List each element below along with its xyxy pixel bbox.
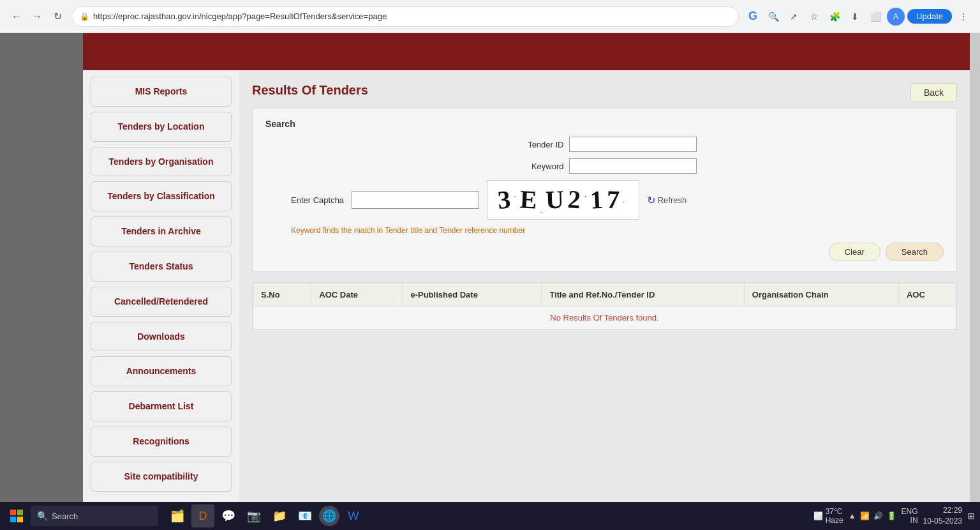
captcha-dot-3: · xyxy=(584,193,590,201)
address-bar[interactable]: 🔒 https://eproc.rajasthan.gov.in/nicgep/… xyxy=(71,6,739,27)
col-org-chain: Organisation Chain xyxy=(744,284,898,307)
avatar[interactable]: A xyxy=(887,8,905,26)
right-content: Results Of Tenders Back Search Tender ID… xyxy=(239,70,970,502)
forward-nav-button[interactable]: → xyxy=(28,8,46,26)
sidebar-item-cancelled-retendered[interactable]: Cancelled/Retendered xyxy=(91,287,232,317)
weather-condition: Haze xyxy=(826,516,843,525)
browser-actions: G 🔍 ↗ ☆ 🧩 ⬇ ⬜ A Update ⋮ xyxy=(744,8,972,26)
nav-buttons: ← → ↻ xyxy=(8,8,66,26)
sidebar-item-tenders-status[interactable]: Tenders Status xyxy=(91,252,232,282)
menu-icon[interactable]: ⋮ xyxy=(954,8,972,26)
col-sno: S.No xyxy=(253,284,311,307)
search-section: Search Tender ID Keyword Enter Captcha xyxy=(252,108,957,272)
language-region: IN xyxy=(902,516,918,525)
time: 22:29 xyxy=(923,505,962,516)
keyword-input[interactable] xyxy=(569,158,697,174)
col-epublished-date: e-Published Date xyxy=(403,284,542,307)
taskbar-explorer-icon[interactable]: 🗂️ xyxy=(166,504,189,527)
search-icon[interactable]: 🔍 xyxy=(764,8,782,26)
sidebar-item-tenders-by-classification[interactable]: Tenders by Classification xyxy=(91,181,232,211)
time-date: 22:29 10-05-2023 xyxy=(923,505,962,527)
keyword-label: Keyword xyxy=(513,162,564,171)
taskbar-browser-icon[interactable]: D xyxy=(191,504,214,527)
tender-id-row: Tender ID xyxy=(265,137,944,152)
notification-icon[interactable]: ⊞ xyxy=(967,511,975,521)
battery-icon: 🔋 xyxy=(887,511,896,520)
bookmark-icon[interactable]: ☆ xyxy=(805,8,823,26)
results-section: S.No AOC Date e-Published Date Title and… xyxy=(252,282,957,330)
sidebar-item-recognitions[interactable]: Recognitions xyxy=(91,427,232,457)
taskbar-icons: 🗂️ D 💬 📷 📁 📧 🌐 W xyxy=(166,504,365,527)
results-table: S.No AOC Date e-Published Date Title and… xyxy=(253,283,956,329)
captcha-char-7: 7 xyxy=(606,185,624,215)
up-arrow-icon[interactable]: ▲ xyxy=(849,511,856,520)
header-row: S.No AOC Date e-Published Date Title and… xyxy=(253,284,956,307)
sidebar-item-debarment-list[interactable]: Debarment List xyxy=(91,391,232,421)
lock-icon: 🔒 xyxy=(80,12,89,21)
page-title: Results Of Tenders xyxy=(252,83,957,98)
captcha-char-1: 1 xyxy=(589,184,607,215)
table-header: S.No AOC Date e-Published Date Title and… xyxy=(253,284,956,307)
taskbar-camera-icon[interactable]: 📷 xyxy=(242,504,265,527)
win-square-3 xyxy=(10,517,16,522)
win-square-2 xyxy=(17,510,23,515)
taskbar-chrome-icon[interactable]: 🌐 xyxy=(319,506,339,526)
col-aoc-date: AOC Date xyxy=(311,284,403,307)
extension-icon[interactable]: 🧩 xyxy=(826,8,843,26)
captcha-input[interactable] xyxy=(352,191,479,209)
volume-icon[interactable]: 🔊 xyxy=(873,511,883,520)
table-body: No Results Of Tenders found. xyxy=(253,307,956,329)
back-button[interactable]: Back xyxy=(910,83,957,102)
search-button[interactable]: Search xyxy=(886,243,944,261)
content-area: MIS Reports Tenders by Location Tenders … xyxy=(83,70,970,502)
captcha-char-2: 2 xyxy=(567,184,586,215)
captcha-dot-4: · xyxy=(623,199,628,205)
sidebar-item-tenders-by-organisation[interactable]: Tenders by Organisation xyxy=(91,147,232,177)
keyword-row: Keyword xyxy=(265,158,944,174)
sidebar-item-mis-reports[interactable]: MIS Reports xyxy=(91,77,232,107)
update-button[interactable]: Update xyxy=(907,9,952,24)
share-icon[interactable]: ↗ xyxy=(785,8,803,26)
taskbar-word-icon[interactable]: W xyxy=(342,504,365,527)
page-wrapper: MIS Reports Tenders by Location Tenders … xyxy=(0,33,980,502)
start-button[interactable] xyxy=(5,504,28,527)
sidebar-item-downloads[interactable]: Downloads xyxy=(91,322,232,352)
clear-button[interactable]: Clear xyxy=(829,243,880,261)
reload-button[interactable]: ↻ xyxy=(48,8,66,26)
sidebar-item-site-compatibility[interactable]: Site compatibility xyxy=(91,462,232,492)
language-indicator: ENG xyxy=(902,507,918,516)
tender-id-label: Tender ID xyxy=(513,140,564,149)
weather-icon: 🌫️ xyxy=(813,511,823,520)
tender-id-input[interactable] xyxy=(569,137,697,152)
taskbar-mail-icon[interactable]: 📧 xyxy=(293,504,316,527)
network-icon[interactable]: 📶 xyxy=(860,511,870,520)
sidebar-container xyxy=(0,33,83,502)
date: 10-05-2023 xyxy=(923,516,962,527)
left-nav: MIS Reports Tenders by Location Tenders … xyxy=(83,70,239,502)
back-nav-button[interactable]: ← xyxy=(8,8,26,26)
taskbar-search-icon: 🔍 xyxy=(37,511,48,521)
captcha-image: 3·E·U2·17· xyxy=(487,180,639,220)
sidebar-item-announcements[interactable]: Announcements xyxy=(91,356,232,386)
captcha-dot-1: · xyxy=(514,193,520,201)
sidebar-item-tenders-in-archive[interactable]: Tenders in Archive xyxy=(91,216,232,246)
search-section-label: Search xyxy=(265,119,944,129)
action-row: Clear Search xyxy=(265,243,944,261)
refresh-button[interactable]: ↻ Refresh xyxy=(647,194,687,206)
sidebar-item-tenders-by-location[interactable]: Tenders by Location xyxy=(91,112,232,142)
captcha-char-U: U xyxy=(545,184,568,215)
google-icon[interactable]: G xyxy=(744,8,762,26)
taskbar-search[interactable]: 🔍 Search xyxy=(31,506,158,526)
taskbar-file-icon[interactable]: 📁 xyxy=(268,504,291,527)
captcha-char-E: E xyxy=(519,184,541,215)
scrollbar[interactable] xyxy=(970,33,980,502)
taskbar-teams-icon[interactable]: 💬 xyxy=(217,504,240,527)
download-icon[interactable]: ⬇ xyxy=(846,8,864,26)
win-square-4 xyxy=(17,517,23,522)
win-square-1 xyxy=(10,510,16,515)
hint-text: Keyword finds the match in Tender title … xyxy=(265,226,944,235)
no-results-row: No Results Of Tenders found. xyxy=(253,307,956,329)
captcha-text: 3·E·U2·17· xyxy=(498,185,628,215)
captcha-char-3: 3 xyxy=(496,184,516,215)
window-icon[interactable]: ⬜ xyxy=(866,8,884,26)
